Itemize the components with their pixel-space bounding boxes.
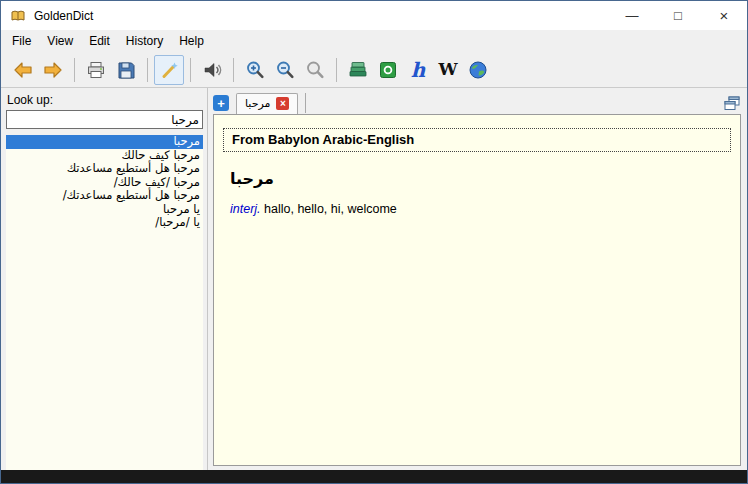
books-stack-icon [347,59,369,81]
dict-group-all-button[interactable] [343,55,373,85]
menu-item-help[interactable]: Help [171,30,212,52]
dictionary-source-header: From Babylon Arabic-English [223,128,731,152]
dict-group-arabic-button[interactable] [373,55,403,85]
lookup-label: Look up: [7,93,203,107]
zoom-out-icon [274,59,296,81]
zoom-in-icon [244,59,266,81]
zoom-out-button[interactable] [270,55,300,85]
bottom-bar [1,470,747,483]
window-controls: — □ × [609,1,747,30]
toolbar: h W [1,52,747,88]
zoom-in-button[interactable] [240,55,270,85]
printer-icon [85,59,107,81]
tabbar: + مرحبا × [213,88,741,114]
search-input[interactable] [6,110,203,129]
scan-popup-button[interactable] [154,55,184,85]
goldendict-window: GoldenDict — □ × File View Edit History … [0,0,748,484]
suggestion-item[interactable]: مرحبا هل أستطيع مساعدتك [6,162,203,176]
dict-group-h-button[interactable]: h [403,55,433,85]
suggestion-item[interactable]: مرحبا /كيف حالك/ [6,176,203,190]
definition-line: interj. hallo, hello, hi, welcome [230,202,731,216]
magic-wand-icon [158,59,180,81]
headword: مرحبا [230,169,731,188]
zoom-reset-button[interactable] [300,55,330,85]
green-dictionary-icon [377,59,399,81]
pronounce-button[interactable] [197,55,227,85]
toolbar-separator [147,58,148,82]
toolbar-separator [190,58,191,82]
suggestion-item[interactable]: يا /مرحبا/ [6,216,203,230]
menu-item-history[interactable]: History [118,30,171,52]
tab-current[interactable]: مرحبا × [236,93,298,114]
main-area: Look up: مرحبا مرحبا كيف حالك مرحبا هل أ… [1,88,747,470]
menu-item-edit[interactable]: Edit [81,30,118,52]
toolbar-separator [336,58,337,82]
suggestion-item[interactable]: مرحبا [6,135,203,149]
cascade-windows-icon [723,95,741,112]
back-arrow-icon [11,58,35,82]
lookup-pane: Look up: مرحبا مرحبا كيف حالك مرحبا هل أ… [1,88,208,470]
zoom-reset-icon [304,59,326,81]
globe-icon [467,59,489,81]
print-button[interactable] [81,55,111,85]
forward-button[interactable] [38,55,68,85]
dict-group-web-button[interactable] [463,55,493,85]
window-list-button[interactable] [723,95,741,112]
suggestion-item[interactable]: مرحبا كيف حالك [6,149,203,163]
wikipedia-icon: W [438,61,457,78]
definition-text: hallo, hello, hi, welcome [264,202,397,216]
toolbar-separator [233,58,234,82]
titlebar: GoldenDict — □ × [1,1,747,30]
save-button[interactable] [111,55,141,85]
maximize-button[interactable]: □ [655,1,701,30]
speaker-icon [201,59,223,81]
tab-label: مرحبا [245,97,270,110]
suggestion-item[interactable]: يا مرحبا [6,203,203,217]
floppy-disk-icon [115,59,137,81]
toolbar-separator [74,58,75,82]
part-of-speech: interj. [230,202,261,216]
minimize-button[interactable]: — [609,1,655,30]
tabbar-separator [305,93,306,113]
menubar: File View Edit History Help [1,30,747,52]
back-button[interactable] [8,55,38,85]
article-view: From Babylon Arabic-English مرحبا interj… [213,114,741,466]
menu-item-file[interactable]: File [4,30,39,52]
window-title: GoldenDict [34,9,93,23]
add-tab-button[interactable]: + [213,95,229,111]
article-pane: + مرحبا × [208,88,747,470]
app-icon [10,8,26,24]
close-button[interactable]: × [701,1,747,30]
dict-group-wikipedia-button[interactable]: W [433,55,463,85]
h-dictionary-icon: h [411,60,426,80]
suggestion-list: مرحبا مرحبا كيف حالك مرحبا هل أستطيع مسا… [6,135,203,470]
close-tab-button[interactable]: × [276,97,289,110]
menu-item-view[interactable]: View [39,30,81,52]
forward-arrow-icon [41,58,65,82]
suggestion-item[interactable]: مرحبا هل أستطيع مساعدتك/ [6,189,203,203]
